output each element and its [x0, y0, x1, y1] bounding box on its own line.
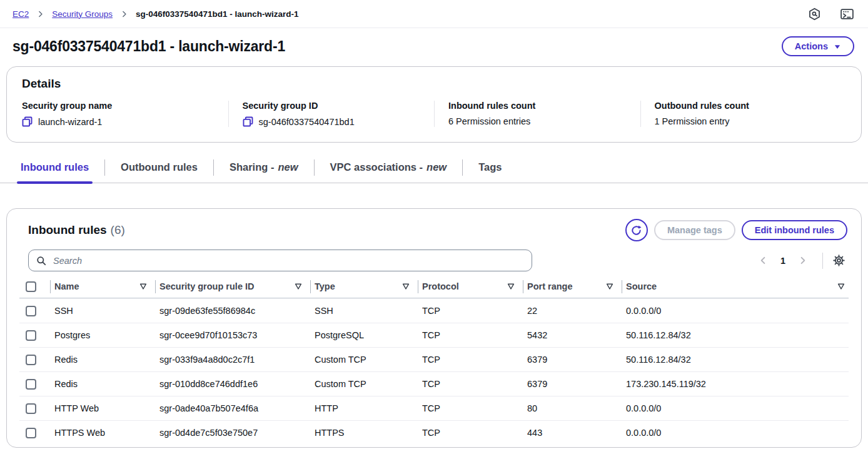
tab-separator: [314, 159, 315, 176]
detail-label: Security group name: [22, 101, 228, 111]
cell-protocol: TCP: [422, 379, 527, 389]
page-number[interactable]: 1: [780, 256, 785, 266]
cell-type: PostgreSQL: [315, 330, 422, 340]
filter-icon[interactable]: [606, 283, 613, 290]
breadcrumb-current: sg-046f0337540471bd1 - launch-wizard-1: [136, 9, 298, 19]
breadcrumb-link-security-groups[interactable]: Security Groups: [52, 9, 113, 19]
refresh-button[interactable]: [625, 219, 648, 241]
filter-icon[interactable]: [139, 283, 147, 290]
table-row[interactable]: Redis sgr-010dd8ce746ddf1e6 Custom TCP T…: [19, 371, 849, 396]
tab-vpc-associations[interactable]: VPC associations -new: [328, 158, 449, 183]
tab-separator: [104, 159, 105, 176]
row-checkbox[interactable]: [26, 355, 36, 365]
column-label: Security group rule ID: [159, 281, 254, 291]
chevron-right-icon: [36, 10, 44, 18]
column-header-type[interactable]: Type: [315, 280, 422, 293]
row-checkbox[interactable]: [26, 330, 36, 341]
table-row[interactable]: HTTP Web sgr-0ade40a7b507e4f6a HTTP TCP …: [19, 396, 849, 420]
cell-protocol: TCP: [422, 306, 527, 316]
cell-source: 0.0.0.0/0: [626, 306, 849, 316]
detail-security-group-id: Security group ID sg-046f0337540471bd1: [228, 101, 435, 127]
filter-icon[interactable]: [507, 283, 515, 290]
tab-label: VPC associations -: [330, 161, 423, 173]
select-all-checkbox[interactable]: [26, 281, 36, 292]
row-checkbox[interactable]: [26, 306, 36, 316]
column-header-rule-id[interactable]: Security group rule ID: [159, 280, 315, 293]
caret-down-icon: [834, 43, 841, 50]
cell-port-range: 80: [527, 403, 626, 413]
column-header-protocol[interactable]: Protocol: [422, 280, 527, 293]
table-header-row: Name Security group rule ID Type Protoco…: [19, 275, 849, 298]
cell-source: 50.116.12.84/32: [626, 330, 849, 340]
cell-name: Postgres: [54, 330, 159, 340]
column-label: Protocol: [422, 281, 459, 291]
breadcrumb-bar: EC2 Security Groups sg-046f0337540471bd1…: [0, 0, 868, 28]
cell-rule-id: sgr-033f9a4a8d0c2c7f1: [159, 355, 315, 365]
cell-source: 173.230.145.119/32: [626, 379, 849, 389]
column-header-source[interactable]: Source: [626, 281, 849, 291]
cell-rule-id: sgr-0ade40a7b507e4f6a: [159, 403, 315, 413]
table-row[interactable]: Redis sgr-033f9a4a8d0c2c7f1 Custom TCP T…: [19, 347, 849, 371]
cell-port-range: 6379: [527, 379, 626, 389]
cell-protocol: TCP: [422, 355, 527, 365]
actions-button[interactable]: Actions: [782, 36, 854, 56]
detail-value: 1 Permission entry: [655, 116, 730, 126]
actions-button-label: Actions: [795, 41, 828, 51]
edit-inbound-rules-button[interactable]: Edit inbound rules: [742, 220, 847, 240]
row-checkbox[interactable]: [26, 403, 36, 414]
column-label: Port range: [527, 281, 573, 291]
tab-label: Outbound rules: [121, 161, 198, 173]
detail-inbound-rules-count: Inbound rules count 6 Permission entries: [434, 101, 640, 127]
tab-inbound-rules[interactable]: Inbound rules: [19, 158, 91, 183]
cell-port-range: 22: [527, 306, 626, 316]
column-label: Source: [626, 281, 657, 291]
copy-icon[interactable]: [22, 116, 33, 127]
column-header-name[interactable]: Name: [54, 280, 159, 293]
page-title: sg-046f0337540471bd1 - launch-wizard-1: [13, 38, 285, 55]
manage-tags-button[interactable]: Manage tags: [654, 220, 735, 240]
column-divider: [155, 280, 156, 293]
detail-value: launch-wizard-1: [38, 117, 102, 127]
row-checkbox[interactable]: [26, 428, 36, 438]
page-next-button[interactable]: [794, 253, 811, 268]
cell-rule-id: sgr-09de63fe55f86984c: [159, 306, 315, 316]
cell-source: 0.0.0.0/0: [626, 403, 849, 413]
panel-title: Inbound rules: [28, 223, 107, 236]
cell-type: Custom TCP: [315, 355, 422, 365]
page-previous-button[interactable]: [755, 253, 772, 268]
cell-type: Custom TCP: [315, 379, 422, 389]
filter-icon[interactable]: [295, 283, 302, 290]
column-divider: [418, 280, 418, 293]
cell-name: Redis: [54, 379, 159, 389]
gear-icon[interactable]: [832, 253, 846, 268]
breadcrumb-link-ec2[interactable]: EC2: [13, 9, 29, 19]
filter-icon[interactable]: [837, 283, 845, 290]
cloudshell-icon[interactable]: [840, 8, 854, 21]
column-divider: [622, 280, 622, 293]
detail-security-group-name: Security group name launch-wizard-1: [22, 101, 228, 127]
tab-tags[interactable]: Tags: [477, 158, 503, 183]
tab-sharing[interactable]: Sharing -new: [228, 158, 300, 183]
cell-port-range: 6379: [527, 355, 626, 365]
tab-outbound-rules[interactable]: Outbound rules: [119, 158, 199, 183]
table-row[interactable]: SSH sgr-09de63fe55f86984c SSH TCP 22 0.0…: [19, 298, 849, 323]
row-checkbox[interactable]: [26, 379, 36, 390]
cell-rule-id: sgr-0d4de7c5f03e750e7: [159, 428, 315, 438]
tab-label: Sharing -: [230, 161, 275, 173]
search-input[interactable]: [52, 255, 524, 266]
search-icon: [36, 256, 46, 266]
column-label: Type: [315, 281, 335, 291]
table-row[interactable]: HTTPS Web sgr-0d4de7c5f03e750e7 HTTPS TC…: [19, 420, 849, 445]
detail-value: 6 Permission entries: [448, 116, 530, 126]
cell-port-range: 5432: [527, 330, 626, 340]
copy-icon[interactable]: [243, 116, 253, 127]
cell-name: Redis: [54, 355, 159, 365]
table-row[interactable]: Postgres sgr-0cee9d70f10153c73 PostgreSQ…: [19, 323, 849, 347]
breadcrumb: EC2 Security Groups sg-046f0337540471bd1…: [13, 9, 298, 19]
amazon-q-icon[interactable]: [808, 8, 821, 21]
cell-rule-id: sgr-010dd8ce746ddf1e6: [159, 379, 315, 389]
column-header-port-range[interactable]: Port range: [527, 280, 626, 293]
filter-icon[interactable]: [402, 283, 410, 290]
search-box[interactable]: [28, 250, 532, 271]
cell-source: 50.116.12.84/32: [626, 355, 849, 365]
